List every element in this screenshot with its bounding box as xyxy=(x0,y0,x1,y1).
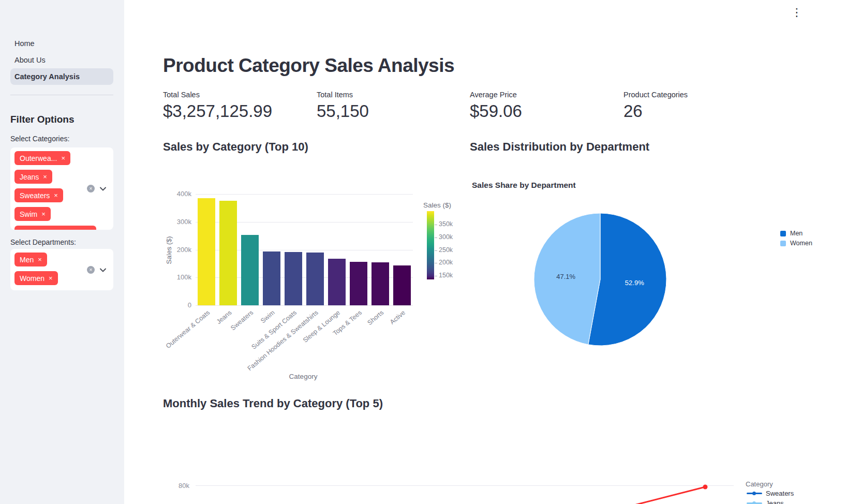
trend-section-heading: Monthly Sales Trend by Category (Top 5) xyxy=(163,397,383,410)
department-tag-men[interactable]: Men× xyxy=(14,253,47,266)
metric-label: Product Categories xyxy=(623,91,688,99)
category-tag-outerwea-[interactable]: Outerwea...× xyxy=(14,151,70,165)
metric-value: $3,257,125.99 xyxy=(163,101,272,121)
chevron-down-icon[interactable] xyxy=(99,185,107,192)
colorbar-tick-label: 300k xyxy=(439,233,453,241)
colorbar-tick-mark xyxy=(435,225,437,225)
legend-swatch xyxy=(780,241,786,246)
remove-tag-icon[interactable]: × xyxy=(61,155,65,161)
pie-section-heading: Sales Distribution by Department xyxy=(470,140,649,154)
trend-chart-line[interactable] xyxy=(171,455,750,504)
category-tag-sweaters[interactable]: Sweaters× xyxy=(14,188,63,202)
department-tags: Men×Women× xyxy=(14,253,58,290)
tag-label: Jeans xyxy=(20,173,39,181)
trend-data-point[interactable] xyxy=(703,485,708,490)
tag-label: Suits & Sport Coats xyxy=(20,229,83,230)
pie-slice-label: 52.9% xyxy=(625,279,644,287)
sidebar-item-category-analysis[interactable]: Category Analysis xyxy=(10,68,113,85)
colorbar-tick-label: 150k xyxy=(439,272,453,279)
bar-jeans[interactable] xyxy=(219,201,237,305)
colorbar-tick-mark xyxy=(435,250,437,251)
pie-legend-item-men[interactable]: Men xyxy=(780,230,802,237)
colorbar-tick-mark xyxy=(435,238,437,238)
trend-legend-item-jeans[interactable]: Jeans xyxy=(747,499,784,504)
sidebar-nav: HomeAbout UsCategory Analysis xyxy=(10,35,113,85)
tag-label: Swim xyxy=(20,210,37,218)
sidebar-item-home[interactable]: Home xyxy=(10,35,113,52)
legend-dot-marker xyxy=(752,492,756,495)
remove-tag-icon[interactable]: × xyxy=(41,211,46,217)
bar-chart-bars[interactable] xyxy=(196,194,413,305)
trend-red-line[interactable] xyxy=(590,487,705,504)
legend-label: Women xyxy=(790,240,812,247)
legend-dot-marker xyxy=(752,501,756,504)
colorbar xyxy=(427,211,434,279)
metric-value: 26 xyxy=(623,101,643,121)
select-categories-label: Select Categories: xyxy=(10,135,69,143)
gridline xyxy=(196,305,413,306)
bar-shorts[interactable] xyxy=(371,262,389,305)
colorbar-tick-mark xyxy=(435,276,437,276)
bar-section-heading: Sales by Category (Top 10) xyxy=(163,140,308,154)
metric-label: Total Sales xyxy=(163,91,200,99)
remove-tag-icon[interactable]: × xyxy=(38,256,42,263)
tag-label: Men xyxy=(20,256,34,264)
pie-chart[interactable] xyxy=(532,211,668,348)
metric-label: Total Items xyxy=(317,91,353,99)
category-tags: Outerwea...×Jeans×Sweaters×Swim×Suits & … xyxy=(14,151,96,230)
metric-label: Average Price xyxy=(470,91,517,99)
remove-tag-icon[interactable]: × xyxy=(49,275,53,281)
sidebar-item-about-us[interactable]: About Us xyxy=(10,52,113,68)
bar-tops-tees[interactable] xyxy=(350,262,367,305)
legend-swatch xyxy=(780,231,786,236)
colorbar-tick-label: 200k xyxy=(439,259,453,266)
x-tick-label: Active xyxy=(389,309,407,326)
tag-label: Women xyxy=(20,274,44,283)
colorbar-tick-label: 250k xyxy=(439,246,453,254)
y-tick-label: 300k xyxy=(167,218,191,226)
colorbar-tick-label: 350k xyxy=(439,220,453,228)
x-tick-label: Swim xyxy=(260,309,276,324)
clear-all-departments-icon[interactable]: × xyxy=(87,266,95,274)
y-tick-label: 0 xyxy=(167,301,191,309)
pie-chart-title: Sales Share by Department xyxy=(472,181,576,190)
clear-all-categories-icon[interactable]: × xyxy=(87,185,95,192)
colorbar-tick-mark xyxy=(435,263,437,263)
x-tick-label: Outerwear & Coats xyxy=(165,309,211,350)
legend-label: Men xyxy=(790,230,802,237)
categories-multiselect[interactable]: Outerwea...×Jeans×Sweaters×Swim×Suits & … xyxy=(10,147,113,230)
sidebar: HomeAbout UsCategory Analysis Filter Opt… xyxy=(0,0,124,504)
bar-active[interactable] xyxy=(393,265,411,305)
legend-line-marker xyxy=(747,493,762,494)
x-tick-label: Shorts xyxy=(366,309,385,327)
x-tick-label: Jeans xyxy=(215,309,233,325)
bar-suits-sport-coats[interactable] xyxy=(285,252,302,305)
app-menu-kebab-icon[interactable]: ⋮ xyxy=(791,6,803,19)
bar-outerwear-coats[interactable] xyxy=(198,198,215,305)
x-tick-label: Sweaters xyxy=(229,309,255,332)
bar-sleep-lounge[interactable] xyxy=(328,259,346,305)
category-tag-suits-sport-coats[interactable]: Suits & Sport Coats× xyxy=(14,226,96,230)
chevron-down-icon[interactable] xyxy=(99,266,107,274)
departments-multiselect[interactable]: Men×Women× × xyxy=(10,249,113,290)
bar-swim[interactable] xyxy=(263,251,280,305)
category-tag-swim[interactable]: Swim× xyxy=(14,207,51,221)
filter-options-heading: Filter Options xyxy=(10,114,75,125)
pie-legend-item-women[interactable]: Women xyxy=(780,240,812,247)
colorbar-title: Sales ($) xyxy=(423,201,451,209)
dashboard-app: HomeAbout UsCategory Analysis Filter Opt… xyxy=(0,0,862,504)
remove-tag-icon[interactable]: × xyxy=(54,192,58,199)
category-tag-jeans[interactable]: Jeans× xyxy=(14,170,52,184)
remove-tag-icon[interactable]: × xyxy=(43,173,47,180)
bar-fashion-hoodies-sweatshirts[interactable] xyxy=(306,253,324,305)
department-tag-women[interactable]: Women× xyxy=(14,271,58,285)
bar-chart-x-axis-title: Category xyxy=(251,373,355,380)
remove-tag-icon[interactable]: × xyxy=(87,229,91,230)
trend-legend-item-sweaters[interactable]: Sweaters xyxy=(747,490,794,497)
page-title: Product Category Sales Analysis xyxy=(163,55,454,77)
pie-slice-label: 47.1% xyxy=(556,272,575,280)
bar-chart-x-ticks: Outerwear & CoatsJeansSweatersSwimSuits … xyxy=(196,309,413,381)
bar-sweaters[interactable] xyxy=(241,235,259,305)
bar-chart-y-axis-title: Sales ($) xyxy=(165,229,173,272)
y-tick-label: 400k xyxy=(167,190,191,198)
